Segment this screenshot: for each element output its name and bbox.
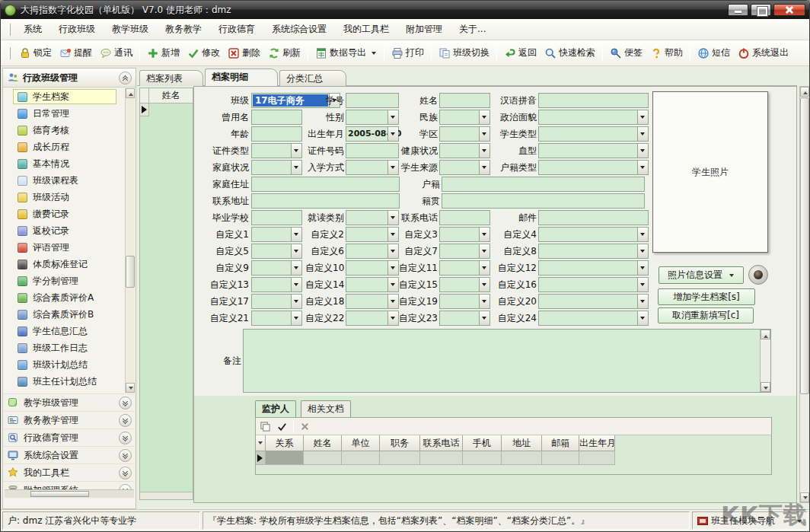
custom-24-combobox[interactable] (538, 311, 649, 326)
household-type-combobox[interactable] (538, 160, 649, 175)
chevron-down-icon[interactable] (637, 311, 648, 325)
col-relation[interactable]: 关系 (266, 435, 304, 451)
maximize-button[interactable] (751, 4, 771, 16)
sidebar-item-return-records[interactable]: 返校记录 (4, 222, 124, 239)
scroll-up-icon[interactable] (800, 87, 809, 97)
form-vertical-scrollbar[interactable] (799, 86, 810, 503)
chevron-down-icon[interactable] (387, 228, 398, 241)
chevron-down-icon[interactable] (387, 110, 398, 124)
sidebar-scrollbar[interactable] (125, 88, 135, 393)
home-address-field[interactable] (251, 177, 400, 192)
chevron-down-icon[interactable] (291, 278, 301, 291)
sms-button[interactable]: 短信 (694, 44, 734, 62)
custom-20-combobox[interactable] (538, 294, 649, 309)
custom-19-combobox[interactable] (439, 294, 490, 309)
age-field[interactable] (251, 126, 302, 142)
status-module-nav[interactable]: 班主任模块导航 (692, 511, 808, 530)
chevron-down-icon[interactable] (637, 161, 648, 174)
modify-button[interactable]: 修改 (183, 44, 224, 62)
expand-group-button[interactable] (119, 432, 132, 444)
chevron-down-icon[interactable] (479, 278, 490, 291)
chevron-down-icon[interactable] (291, 261, 301, 275)
sidebar-item-growth-history[interactable]: 成长历程 (4, 139, 124, 155)
chevron-down-icon[interactable] (479, 110, 490, 124)
ethnicity-combobox[interactable] (439, 110, 490, 125)
custom-17-combobox[interactable] (251, 294, 302, 309)
current-row-marker-icon[interactable] (140, 104, 149, 116)
col-address[interactable]: 地址 (502, 435, 542, 451)
former-name-field[interactable] (251, 110, 302, 125)
table-cell[interactable] (502, 451, 542, 465)
lock-button[interactable]: 锁定 (15, 44, 56, 62)
menu-settings[interactable]: 系统综合设置 (263, 19, 335, 40)
pinyin-field[interactable] (538, 93, 649, 108)
political-status-combobox[interactable] (538, 110, 649, 125)
sidebar-group-teaching-class[interactable]: 教学班级管理 (4, 393, 135, 411)
table-cell[interactable] (463, 451, 502, 465)
chevron-down-icon[interactable] (479, 311, 490, 325)
menu-teaching-class[interactable]: 教学班级 (104, 19, 157, 40)
chevron-down-icon[interactable] (637, 295, 648, 308)
custom-11-combobox[interactable] (439, 260, 490, 276)
row-selector-header[interactable] (256, 435, 266, 451)
sidebar-item-quality-eval-a[interactable]: 综合素质评价A (4, 289, 124, 306)
custom-4-combobox[interactable] (538, 227, 649, 242)
system-exit-button[interactable]: 系统退出 (734, 44, 792, 62)
custom-8-combobox[interactable] (538, 244, 649, 259)
sidebar-item-physical-standard[interactable]: 体质标准登记 (4, 256, 124, 272)
chat-button[interactable]: 通讯 (96, 44, 136, 62)
sidebar-group-system-settings[interactable]: 系统综合设置 (4, 446, 135, 464)
menu-addon[interactable]: 附加管理 (397, 19, 451, 40)
scroll-down-icon[interactable] (126, 383, 135, 393)
export-button[interactable]: 数据导出 (311, 44, 381, 62)
sidebar-group-moral-education[interactable]: 行政德育管理 (4, 428, 135, 446)
menu-admin-class[interactable]: 行政班级 (50, 19, 104, 40)
col-employer[interactable]: 单位 (342, 435, 380, 451)
blood-type-combobox[interactable] (538, 143, 649, 158)
chevron-down-icon[interactable] (387, 244, 398, 258)
school-district-combobox[interactable] (439, 126, 490, 142)
chevron-down-icon[interactable] (291, 161, 301, 174)
phone-field[interactable] (439, 210, 490, 225)
chevron-down-icon[interactable] (637, 228, 648, 241)
scroll-down-icon[interactable] (761, 382, 770, 392)
chevron-down-icon[interactable] (387, 295, 398, 308)
chevron-down-icon[interactable] (797, 520, 802, 525)
chevron-down-icon[interactable] (479, 144, 490, 158)
chevron-down-icon[interactable] (637, 244, 648, 258)
custom-13-combobox[interactable] (251, 277, 302, 292)
birth-date-picker[interactable]: 2005-08-10 (346, 126, 399, 142)
export-dropdown-arrow-icon[interactable] (372, 52, 376, 57)
cancel-refill-button[interactable]: 取消重新填写[c] (658, 307, 754, 323)
confirm-icon[interactable] (276, 421, 288, 432)
delete-button[interactable]: 删除 (224, 44, 264, 62)
tab-guardian[interactable]: 监护人 (255, 400, 296, 417)
sidebar-item-payment-records[interactable]: 缴费记录 (4, 205, 124, 222)
household-registration-field[interactable] (442, 177, 645, 192)
new-row-icon[interactable] (260, 421, 271, 432)
help-button[interactable]: 帮助 (646, 44, 687, 62)
id-type-combobox[interactable] (251, 143, 302, 158)
sidebar-item-quality-eval-b[interactable]: 综合素质评价B (4, 306, 124, 323)
chevron-down-icon[interactable] (291, 244, 301, 258)
tab-archive-detail[interactable]: 档案明细 (205, 68, 278, 86)
custom-22-combobox[interactable] (346, 311, 399, 326)
custom-15-combobox[interactable] (439, 277, 490, 292)
custom-3-combobox[interactable] (439, 227, 490, 242)
close-button[interactable] (773, 4, 805, 16)
col-email[interactable]: 邮箱 (542, 435, 579, 451)
contact-address-field[interactable] (251, 193, 400, 209)
col-birth-date[interactable]: 出生年月 (579, 435, 615, 451)
sidebar-item-class-schedule[interactable]: 班级课程表 (4, 172, 124, 189)
chevron-down-icon[interactable] (637, 144, 648, 158)
student-id-field[interactable] (346, 93, 399, 108)
chevron-down-icon[interactable] (291, 311, 301, 325)
chevron-down-icon[interactable] (387, 127, 398, 141)
custom-9-combobox[interactable] (251, 260, 302, 276)
sticky-note-button[interactable]: 便签 (606, 44, 646, 62)
custom-21-combobox[interactable] (251, 311, 302, 326)
chevron-down-icon[interactable] (387, 278, 398, 291)
return-button[interactable]: 返回 (500, 44, 541, 62)
col-phone[interactable]: 联系电话 (420, 435, 463, 451)
graduated-school-field[interactable] (251, 210, 302, 225)
